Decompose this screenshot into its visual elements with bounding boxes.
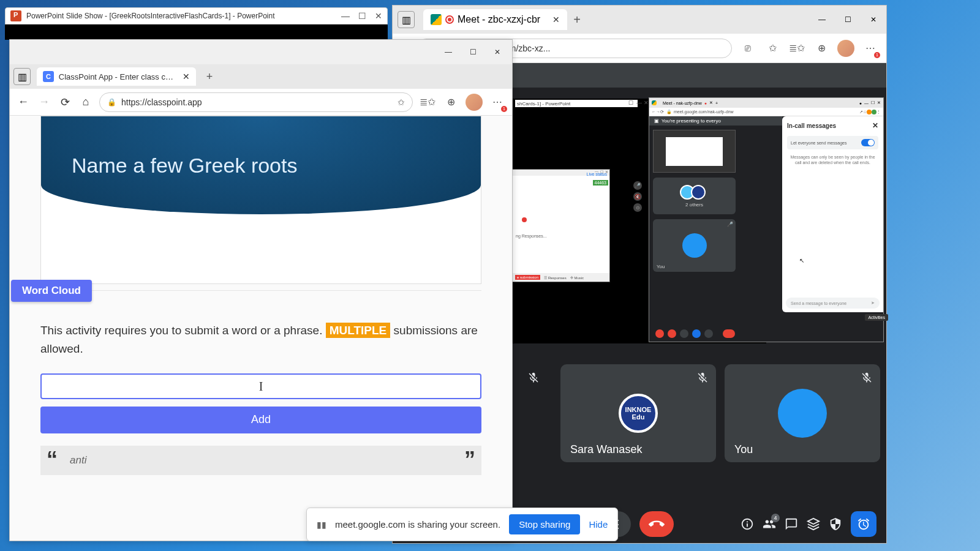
address-bar-row: ← → ⟳ ⌂ 🔒 https://classpoint.app ✩ ≣✩ ⊕ … bbox=[10, 89, 512, 116]
participant-avatar: INKNOE Edu bbox=[619, 394, 658, 433]
inner-control-icon bbox=[655, 329, 664, 338]
favorite-icon[interactable]: ✩ bbox=[398, 97, 405, 107]
slide-preview: Name a few Greek roots bbox=[40, 116, 481, 284]
chat-note: Messages can only be seen by people in t… bbox=[787, 154, 878, 165]
profile-avatar[interactable] bbox=[837, 40, 854, 57]
profile-avatar[interactable] bbox=[466, 94, 483, 111]
inner-fwd-icon: → bbox=[656, 110, 660, 114]
chat-input[interactable]: Send a message to everyone ➤ bbox=[786, 298, 880, 309]
tab-close-button[interactable]: ✕ bbox=[552, 15, 560, 24]
window-titlebar: — ☐ ✕ bbox=[10, 40, 512, 64]
messages-toggle[interactable] bbox=[861, 139, 875, 146]
favorites-list-icon[interactable]: ≣✩ bbox=[788, 40, 805, 57]
inner-meet-tab-title: Meet - nak-uzfp-dnw bbox=[663, 101, 702, 105]
chat-button[interactable] bbox=[785, 517, 798, 531]
close-button[interactable]: ✕ bbox=[861, 8, 886, 31]
hide-button[interactable]: Hide bbox=[589, 519, 608, 530]
mic-off-icon bbox=[861, 372, 873, 384]
inner-minimize-icon: — bbox=[636, 100, 642, 105]
participant-name: Sara Wanasek bbox=[570, 443, 642, 456]
favorite-icon[interactable]: ✩ bbox=[764, 40, 781, 57]
meet-tiles: INKNOE Edu Sara Wanasek You bbox=[515, 364, 880, 462]
host-controls-button[interactable] bbox=[829, 517, 842, 531]
end-call-button[interactable] bbox=[639, 511, 674, 537]
reload-button[interactable]: ⟳ bbox=[58, 95, 72, 110]
browser-tab[interactable]: C ClassPoint App - Enter class code ✕ bbox=[37, 67, 196, 86]
inner-powerpoint-title: shCards-1] - PowerPoint bbox=[515, 100, 638, 107]
inner-rec2-icon: ● bbox=[859, 101, 862, 105]
close-button[interactable]: ✕ bbox=[485, 46, 510, 58]
minimize-button[interactable]: — bbox=[341, 11, 350, 21]
info-button[interactable] bbox=[741, 517, 754, 531]
inner-responses-text: ng Responses... bbox=[516, 234, 547, 238]
inner-ext-icon bbox=[872, 110, 876, 114]
inner-rec-icon: ● bbox=[704, 101, 707, 105]
share-text: meet.google.com is sharing your screen. bbox=[335, 519, 500, 530]
add-button[interactable]: Add bbox=[40, 407, 481, 433]
recording-icon bbox=[445, 15, 454, 24]
chat-close-button[interactable]: ✕ bbox=[872, 121, 878, 130]
chat-toggle-row: Let everyone send messages bbox=[787, 136, 878, 149]
inner-submission-badge: e submission bbox=[515, 275, 540, 280]
more-button[interactable]: ⋯1 bbox=[862, 40, 879, 57]
address-bar[interactable]: 🔒 https://classpoint.app ✩ bbox=[99, 92, 413, 112]
inner-code-badge: 44463 bbox=[593, 180, 608, 186]
favorites-list-icon[interactable]: ≣✩ bbox=[419, 94, 436, 111]
maximize-button[interactable]: ☐ bbox=[835, 8, 861, 31]
tab-title: ClassPoint App - Enter class code bbox=[59, 72, 178, 81]
maximize-button[interactable]: ☐ bbox=[358, 11, 366, 21]
classpoint-content: Name a few Greek roots Word Cloud This a… bbox=[10, 116, 512, 541]
collections-icon[interactable]: ⊕ bbox=[442, 94, 459, 111]
media-icon[interactable]: ⎚ bbox=[739, 40, 756, 57]
close-button[interactable]: ✕ bbox=[375, 11, 382, 21]
inner-classpoint-window: — ☐ ✕ Live status 44463 ng Responses... … bbox=[512, 169, 610, 282]
back-button[interactable]: ← bbox=[16, 95, 31, 110]
collections-icon[interactable]: ⊕ bbox=[813, 40, 830, 57]
lock-icon: 🔒 bbox=[107, 98, 116, 107]
send-icon[interactable]: ➤ bbox=[871, 301, 875, 305]
inner-live-status: Live status bbox=[587, 172, 607, 176]
inner-responses-label: ☰ Responses bbox=[544, 276, 567, 280]
inner-maximize-icon: ☐ bbox=[628, 100, 634, 105]
stop-sharing-button[interactable]: Stop sharing bbox=[509, 514, 580, 534]
tab-close-button[interactable]: ✕ bbox=[183, 72, 190, 81]
presentation-backdrop bbox=[5, 24, 388, 40]
people-button[interactable]: 4 bbox=[763, 517, 776, 531]
new-tab-button[interactable]: + bbox=[573, 13, 581, 27]
clock-button[interactable] bbox=[851, 511, 876, 537]
new-tab-button[interactable]: + bbox=[201, 68, 218, 85]
inner-meet-tabs: Meet - nak-uzfp-dnw ● ✕ + ● — ☐ ✕ bbox=[649, 98, 883, 108]
tab-actions-button[interactable]: ▥ bbox=[398, 11, 415, 28]
inner-reload-icon: ⟳ bbox=[660, 110, 664, 114]
inner-meet-body: ▣ You're presenting to everyo 🎤 🔇 ⊖ bbox=[649, 116, 883, 342]
cursor-icon: ↖ bbox=[799, 257, 804, 264]
inner-bottom-bar: e submission ☰ Responses ※ Music bbox=[513, 273, 609, 282]
browser-tab[interactable]: Meet - zbc-xzxj-cbr ✕ bbox=[423, 9, 567, 30]
self-mic-tile bbox=[515, 364, 552, 462]
powerpoint-title: PowerPoint Slide Show - [GreekRootsInter… bbox=[26, 12, 341, 20]
inner-control-icon bbox=[704, 329, 713, 338]
self-avatar bbox=[778, 389, 827, 438]
inner-record-icon bbox=[522, 217, 527, 222]
inner-meet-url: meet.google.com/nak-uzfp-dnw bbox=[674, 110, 734, 114]
people-count-badge: 4 bbox=[771, 514, 780, 522]
slide-title: Name a few Greek roots bbox=[72, 154, 297, 178]
participant-tile[interactable]: INKNOE Edu Sara Wanasek bbox=[560, 364, 716, 462]
activities-button[interactable] bbox=[807, 517, 820, 531]
inner-you-tile: 🎤 You bbox=[653, 219, 736, 272]
inner-meet-favicon-icon bbox=[652, 100, 657, 105]
mic-off-icon bbox=[527, 372, 540, 384]
toggle-label: Let everyone send messages bbox=[791, 141, 846, 145]
maximize-button[interactable]: ☐ bbox=[461, 46, 485, 58]
text-cursor-icon: I bbox=[259, 379, 263, 393]
tab-actions-button[interactable]: ▥ bbox=[13, 68, 31, 85]
home-button[interactable]: ⌂ bbox=[78, 95, 93, 110]
inner-you-avatar bbox=[682, 233, 707, 258]
inner-others-tile: 🎤 🔇 ⊖ 2 others bbox=[653, 178, 736, 214]
minimize-button[interactable]: — bbox=[809, 8, 835, 31]
inner-control-icon bbox=[668, 329, 676, 338]
minimize-button[interactable]: — bbox=[436, 46, 461, 58]
activities-tooltip: Activities bbox=[865, 314, 888, 321]
more-button[interactable]: ⋯1 bbox=[489, 94, 506, 111]
self-tile[interactable]: You bbox=[725, 364, 880, 462]
